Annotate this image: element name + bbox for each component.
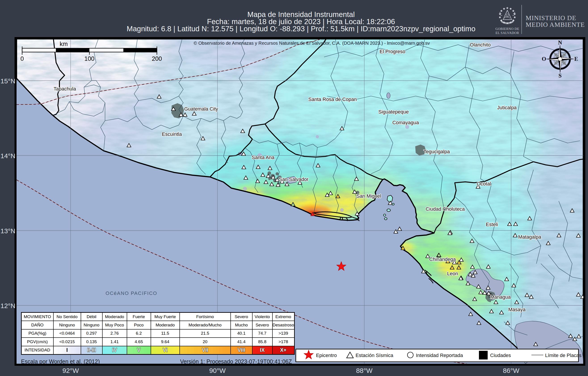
svg-text:100: 100 [84,55,94,62]
svg-text:San Miguel: San Miguel [357,193,381,199]
svg-text:© Observatorio de Amenazas y R: © Observatorio de Amenazas y Recursos Na… [194,41,430,46]
svg-text:Chinandega: Chinandega [429,256,456,262]
svg-text:Escuintla: Escuintla [162,131,182,137]
svg-text:Ciudad Choluteca: Ciudad Choluteca [426,206,465,212]
svg-text:Santa Ana: Santa Ana [252,155,274,160]
svg-text:Ocotal: Ocotal [477,181,491,187]
svg-text:Leon: Leon [447,271,458,276]
svg-text:Olanchito: Olanchito [470,42,491,48]
svg-text:Siguatepeque: Siguatepeque [378,109,409,115]
svg-text:Tegucigalpa: Tegucigalpa [423,149,450,154]
svg-text:O: O [542,56,546,62]
svg-text:Masaya: Masaya [508,307,526,312]
svg-text:EL SALVADOR: EL SALVADOR [495,31,519,35]
svg-text:GOBIERNO DE: GOBIERNO DE [495,27,519,31]
svg-text:OCéANO PACíFICO: OCéANO PACíFICO [105,291,157,296]
svg-text:Tapachula: Tapachula [54,86,76,92]
svg-text:Santa Rosa de Copan: Santa Rosa de Copan [308,96,357,102]
svg-text:Managua: Managua [490,294,511,300]
svg-text:Comayagua: Comayagua [392,120,419,125]
svg-text:S: S [558,73,562,79]
svg-text:San Salvador: San Salvador [279,177,308,182]
svg-text:Juticalpa: Juticalpa [497,105,517,110]
svg-text:N: N [558,40,562,46]
svg-text:El Progreso: El Progreso [380,49,405,54]
svg-text:0: 0 [20,55,24,62]
svg-text:Esteli: Esteli [486,222,498,227]
svg-text:E: E [574,56,578,62]
svg-text:200: 200 [152,55,162,62]
svg-text:Matagalpa: Matagalpa [518,234,542,240]
svg-text:MEDIO AMBIENTE: MEDIO AMBIENTE [526,21,585,28]
svg-text:Guatemala City: Guatemala City [184,106,218,112]
svg-text:km: km [60,41,68,47]
svg-text:MINISTERIO DE: MINISTERIO DE [526,14,576,21]
